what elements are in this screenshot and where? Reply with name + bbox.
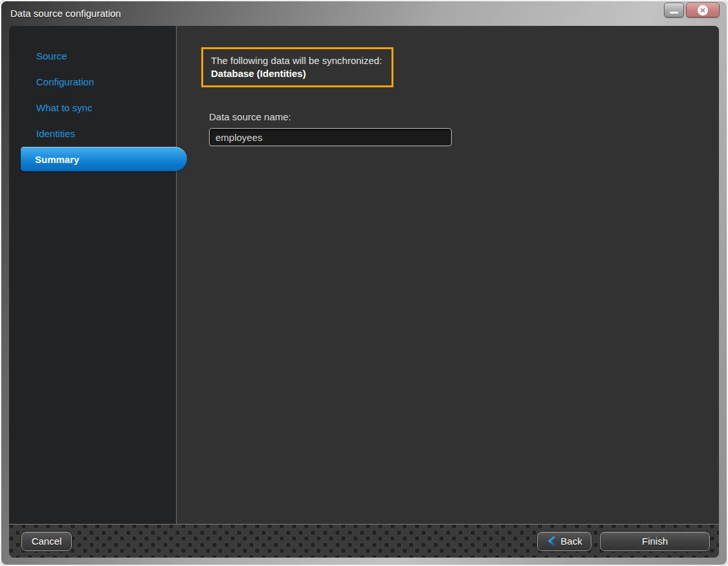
window-controls: ✕ bbox=[664, 3, 720, 17]
sidebar-item-label: Summary bbox=[35, 154, 79, 165]
sidebar-item-label: What to sync bbox=[36, 102, 93, 113]
minimize-button[interactable] bbox=[664, 3, 684, 17]
close-button[interactable]: ✕ bbox=[686, 3, 720, 17]
sidebar-item-configuration[interactable]: Configuration bbox=[9, 69, 176, 94]
sidebar-item-what-to-sync[interactable]: What to sync bbox=[9, 94, 176, 120]
back-button-label: Back bbox=[560, 536, 582, 547]
dialog-window: Data source configuration ✕ Source Confi… bbox=[0, 0, 728, 566]
nav-button-group: Back Finish bbox=[537, 532, 710, 551]
sidebar-item-identities[interactable]: Identities bbox=[9, 120, 176, 146]
dialog-button-bar: Cancel Back bbox=[9, 524, 719, 558]
window-title: Data source configuration bbox=[10, 8, 121, 19]
main-row: Source Configuration What to sync Identi… bbox=[9, 26, 719, 524]
sidebar-item-label: Configuration bbox=[36, 76, 94, 87]
cancel-button-label: Cancel bbox=[32, 536, 62, 547]
finish-button[interactable]: Finish bbox=[600, 532, 710, 551]
dialog-body: Source Configuration What to sync Identi… bbox=[9, 26, 719, 558]
close-icon: ✕ bbox=[698, 5, 708, 16]
sync-summary-intro: The following data will be synchronized: bbox=[211, 55, 382, 66]
sidebar-item-summary-active[interactable]: Summary bbox=[21, 147, 187, 171]
sync-summary-item: Database (Identities) bbox=[211, 68, 382, 79]
title-bar: Data source configuration ✕ bbox=[1, 1, 727, 26]
summary-page: The following data will be synchronized:… bbox=[177, 26, 719, 524]
sync-summary-box: The following data will be synchronized:… bbox=[201, 47, 393, 87]
data-source-name-label: Data source name: bbox=[209, 111, 706, 122]
wizard-steps-sidebar: Source Configuration What to sync Identi… bbox=[9, 26, 177, 524]
back-button[interactable]: Back bbox=[537, 532, 591, 551]
sidebar-item-label: Identities bbox=[36, 128, 75, 139]
data-source-name-input[interactable] bbox=[209, 128, 452, 146]
finish-button-label: Finish bbox=[642, 536, 668, 547]
minimize-icon bbox=[670, 12, 678, 14]
cancel-button[interactable]: Cancel bbox=[21, 532, 72, 551]
sidebar-item-source[interactable]: Source bbox=[9, 43, 176, 69]
back-arrow-icon bbox=[546, 536, 556, 547]
sidebar-item-label: Source bbox=[36, 50, 67, 61]
